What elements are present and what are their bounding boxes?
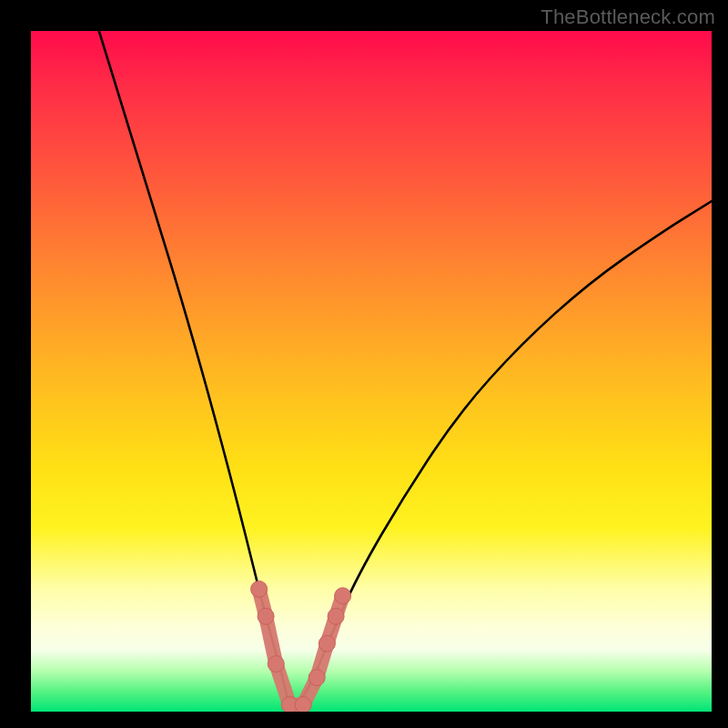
marker-dot [335, 588, 351, 604]
marker-dot [268, 656, 284, 672]
marker-dot [328, 608, 344, 624]
chart-svg [31, 31, 712, 712]
marker-dot [295, 697, 311, 713]
marker-dot [258, 608, 274, 624]
marker-dot [308, 670, 325, 686]
chart-frame: TheBottleneck.com [0, 0, 728, 728]
bottleneck-curve [99, 31, 712, 704]
plot-area [31, 31, 712, 712]
marker-dot [318, 635, 335, 652]
watermark-text: TheBottleneck.com [541, 5, 715, 29]
marker-dot [251, 581, 268, 597]
highlight-markers [251, 581, 351, 712]
